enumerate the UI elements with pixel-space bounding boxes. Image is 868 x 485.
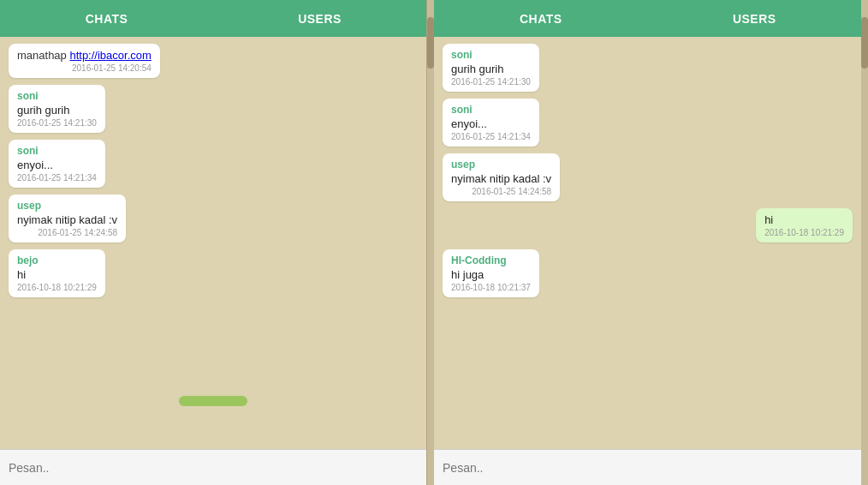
message-time: 2016-01-25 14:20:54 — [17, 63, 152, 73]
tab-chats-right[interactable]: CHATS — [434, 0, 648, 37]
tab-users-label-left: USERS — [298, 12, 342, 26]
scroll-indicator — [179, 396, 247, 406]
input-area-right — [434, 449, 861, 485]
message-time: 2016-10-18 10:21:37 — [451, 283, 531, 292]
message-input-left[interactable] — [9, 461, 418, 475]
message-text: nyimak nitip kadal :v — [451, 172, 551, 185]
sender-name: soni — [17, 90, 97, 102]
message-bubble: usep nyimak nitip kadal :v 2016-01-25 14… — [443, 153, 560, 201]
message-text: nyimak nitip kadal :v — [17, 213, 117, 226]
tab-users-right[interactable]: USERS — [648, 0, 862, 37]
message-text: enyoi... — [451, 117, 531, 130]
message-time: 2016-01-25 14:24:58 — [17, 228, 117, 237]
sender-name: manathap http://ibacor.com — [17, 49, 152, 62]
message-time: 2016-01-25 14:21:34 — [451, 132, 531, 141]
sender-name: HI-Codding — [451, 254, 531, 266]
message-bubble-sent: hi 2016-10-18 10:21:29 — [756, 208, 853, 242]
message-bubble: usep nyimak nitip kadal :v 2016-01-25 14… — [9, 195, 126, 242]
message-time: 2016-01-25 14:21:34 — [17, 173, 97, 183]
message-bubble: soni enyoi... 2016-01-25 14:21:34 — [9, 140, 105, 188]
tab-chats-label-left: CHATS — [86, 12, 128, 26]
message-bubble: bejo hi 2016-10-18 10:21:29 — [9, 249, 105, 297]
message-input-right[interactable] — [443, 461, 853, 475]
sender-name: bejo — [17, 254, 97, 266]
message-bubble: soni enyoi... 2016-01-25 14:21:34 — [443, 99, 539, 147]
message-text: hi — [17, 268, 97, 281]
tab-chats-label-right: CHATS — [520, 12, 562, 26]
message-bubble: soni gurih gurih 2016-01-25 14:21:30 — [443, 44, 539, 92]
scrollbar-thumb-left[interactable] — [427, 17, 434, 69]
panel-left-header: CHATS USERS — [0, 0, 426, 37]
message-text: hi — [764, 213, 844, 226]
scrollbar-thumb-right[interactable] — [861, 17, 868, 69]
message-bubble: manathap http://ibacor.com 2016-01-25 14… — [9, 44, 160, 78]
message-link[interactable]: http://ibacor.com — [69, 49, 151, 62]
message-time: 2016-01-25 14:21:30 — [17, 118, 97, 128]
panel-left: CHATS USERS manathap http://ibacor.com 2… — [0, 0, 427, 485]
message-time: 2016-10-18 10:21:29 — [17, 283, 97, 292]
message-time: 2016-10-18 10:21:29 — [764, 228, 844, 237]
panel-right-header: CHATS USERS — [434, 0, 861, 37]
sender-name: soni — [451, 104, 531, 116]
chat-area-right: soni gurih gurih 2016-01-25 14:21:30 son… — [434, 37, 861, 449]
sender-name: usep — [451, 159, 551, 171]
scrollbar-left[interactable] — [427, 0, 434, 485]
sender-name: usep — [17, 200, 117, 212]
panel-right: CHATS USERS soni gurih gurih 2016-01-25 … — [434, 0, 861, 485]
message-text: gurih gurih — [17, 104, 97, 117]
message-bubble: soni gurih gurih 2016-01-25 14:21:30 — [9, 85, 105, 133]
tab-users-label-right: USERS — [733, 12, 776, 26]
message-time: 2016-01-25 14:21:30 — [451, 77, 531, 87]
sender-name: soni — [451, 49, 531, 61]
message-text: hi juga — [451, 268, 531, 281]
message-text: enyoi... — [17, 159, 97, 171]
message-text: gurih gurih — [451, 63, 531, 75]
scrollbar-right[interactable] — [861, 0, 868, 485]
chat-area-left: manathap http://ibacor.com 2016-01-25 14… — [0, 37, 426, 449]
sender-name: soni — [17, 145, 97, 157]
input-area-left — [0, 449, 426, 485]
message-bubble: HI-Codding hi juga 2016-10-18 10:21:37 — [443, 249, 539, 297]
tab-users-left[interactable]: USERS — [213, 0, 426, 37]
tab-chats-left[interactable]: CHATS — [0, 0, 213, 37]
message-time: 2016-01-25 14:24:58 — [451, 187, 551, 196]
